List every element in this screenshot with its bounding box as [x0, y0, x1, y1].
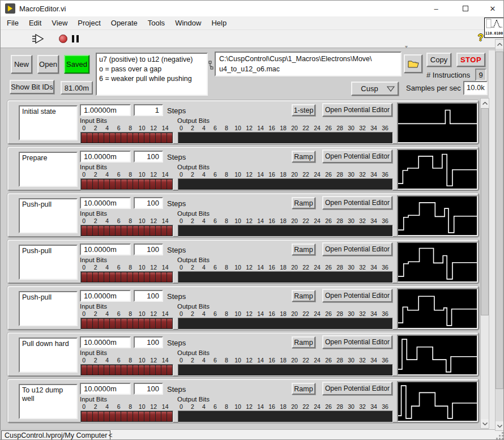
input-bit-led[interactable]	[156, 319, 161, 328]
output-bit-led[interactable]	[185, 226, 190, 236]
output-bit-led[interactable]	[336, 133, 341, 143]
output-bit-led[interactable]	[375, 226, 381, 236]
input-bit-led[interactable]	[99, 365, 104, 375]
output-bit-led[interactable]	[297, 272, 302, 282]
mode-button[interactable]: Ramp	[292, 290, 315, 302]
output-bit-led[interactable]	[179, 180, 184, 189]
pause-button-icon[interactable]	[72, 35, 79, 42]
input-bit-led[interactable]	[156, 226, 161, 236]
run-button-icon[interactable]	[31, 34, 45, 44]
output-bit-led[interactable]	[179, 412, 184, 421]
input-bit-led[interactable]	[133, 272, 138, 282]
output-bit-led[interactable]	[297, 133, 302, 143]
input-bit-led[interactable]	[127, 180, 133, 189]
output-bit-led[interactable]	[308, 412, 313, 421]
output-bit-led[interactable]	[325, 272, 330, 282]
open-potential-editor-button[interactable]: Open Potential Editor	[322, 382, 392, 395]
input-bit-led[interactable]	[139, 180, 144, 189]
output-bit-led[interactable]	[275, 226, 280, 236]
output-bit-led[interactable]	[185, 180, 190, 189]
output-bit-led[interactable]	[207, 272, 212, 282]
output-bit-led[interactable]	[213, 319, 218, 328]
output-bit-led[interactable]	[196, 180, 201, 189]
output-bit-led[interactable]	[348, 180, 353, 189]
output-bit-led[interactable]	[241, 226, 246, 236]
output-bit-led[interactable]	[336, 365, 341, 375]
output-bit-led[interactable]	[229, 319, 234, 328]
output-bit-led[interactable]	[196, 365, 201, 375]
input-bit-led[interactable]	[87, 365, 92, 375]
output-bit-led[interactable]	[202, 133, 207, 143]
output-bit-led[interactable]	[229, 226, 234, 236]
input-bit-led[interactable]	[104, 226, 109, 236]
input-bit-led[interactable]	[161, 365, 166, 375]
duration-field[interactable]: 10.0000m	[80, 383, 131, 395]
input-bit-led[interactable]	[116, 365, 121, 375]
input-bit-led[interactable]	[156, 180, 161, 189]
mode-button[interactable]: Ramp	[292, 151, 315, 163]
input-bit-led[interactable]	[121, 412, 126, 421]
output-bit-led[interactable]	[359, 319, 364, 328]
output-bit-led[interactable]	[342, 319, 347, 328]
input-bit-led[interactable]	[116, 412, 121, 421]
output-bit-led[interactable]	[353, 412, 358, 421]
output-bit-led[interactable]	[387, 180, 392, 189]
output-bit-led[interactable]	[319, 319, 324, 328]
output-bit-led[interactable]	[302, 226, 307, 236]
duration-field[interactable]: 10.0000m	[80, 290, 131, 302]
output-bit-led[interactable]	[342, 365, 347, 375]
output-bit-led[interactable]	[325, 412, 330, 421]
output-bit-led[interactable]	[246, 226, 251, 236]
output-bit-led[interactable]	[286, 319, 291, 328]
output-bit-led[interactable]	[213, 412, 218, 421]
menu-item-tools[interactable]: Tools	[143, 17, 170, 29]
output-bit-led[interactable]	[364, 272, 369, 282]
output-bit-led[interactable]	[196, 226, 201, 236]
output-bit-led[interactable]	[325, 319, 330, 328]
output-bit-led[interactable]	[263, 272, 268, 282]
output-bit-led[interactable]	[185, 272, 190, 282]
output-bit-led[interactable]	[308, 319, 313, 328]
input-bit-led[interactable]	[127, 412, 133, 421]
output-bit-led[interactable]	[218, 226, 223, 236]
input-bit-led[interactable]	[167, 365, 172, 375]
output-bit-led[interactable]	[207, 365, 212, 375]
output-bit-led[interactable]	[302, 412, 307, 421]
output-bit-led[interactable]	[302, 319, 307, 328]
input-bit-led[interactable]	[127, 133, 133, 143]
output-bit-led[interactable]	[348, 133, 353, 143]
output-bit-led[interactable]	[291, 226, 296, 236]
macro-path-field[interactable]: C:\CuspControl\Cusp\1_Macros\Electrons\M…	[215, 52, 402, 76]
input-bit-led[interactable]	[144, 319, 150, 328]
input-bit-led[interactable]	[167, 133, 172, 143]
input-bit-led[interactable]	[116, 226, 121, 236]
output-bit-led[interactable]	[336, 272, 341, 282]
input-bit-led[interactable]	[99, 133, 104, 143]
input-bit-led[interactable]	[82, 226, 87, 236]
input-bit-led[interactable]	[87, 133, 92, 143]
output-bit-led[interactable]	[336, 319, 341, 328]
input-bit-led[interactable]	[133, 180, 138, 189]
input-bit-led[interactable]	[110, 272, 115, 282]
output-bit-led[interactable]	[314, 365, 319, 375]
output-bit-led[interactable]	[179, 226, 184, 236]
input-bit-led[interactable]	[156, 272, 161, 282]
output-bit-led[interactable]	[286, 365, 291, 375]
output-bit-led[interactable]	[224, 226, 229, 236]
output-bit-led[interactable]	[258, 226, 263, 236]
mode-button[interactable]: Ramp	[292, 197, 315, 209]
output-bit-led[interactable]	[275, 180, 280, 189]
output-bit-led[interactable]	[308, 180, 313, 189]
output-bit-led[interactable]	[258, 319, 263, 328]
output-bit-led[interactable]	[185, 412, 190, 421]
input-bit-led[interactable]	[104, 412, 109, 421]
output-bit-led[interactable]	[381, 180, 386, 189]
mode-button[interactable]: Ramp	[292, 336, 315, 348]
window-scrollbar[interactable]	[495, 39, 504, 431]
input-bit-led[interactable]	[93, 319, 98, 328]
show-bit-ids-button[interactable]: Show Bit IDs	[10, 80, 54, 94]
input-bit-led[interactable]	[150, 226, 155, 236]
output-bit-led[interactable]	[252, 319, 257, 328]
output-bit-led[interactable]	[280, 133, 285, 143]
output-bit-led[interactable]	[353, 365, 358, 375]
